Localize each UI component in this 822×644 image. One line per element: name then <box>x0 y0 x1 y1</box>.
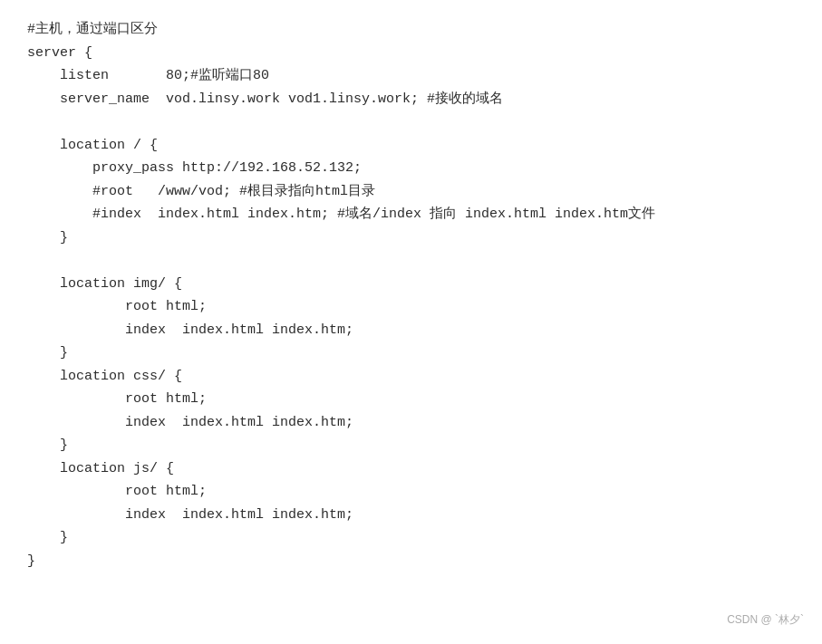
code-line: location img/ { <box>27 273 795 296</box>
code-line: } <box>27 341 795 365</box>
code-line: } <box>27 434 795 457</box>
code-line: proxy_pass http://192.168.52.132; <box>27 157 795 180</box>
code-line: } <box>27 226 795 250</box>
code-line: root html; <box>27 295 795 319</box>
code-line: server_name vod.linsy.work vod1.linsy.wo… <box>27 88 795 111</box>
code-line: index index.html index.htm; <box>27 411 795 435</box>
code-line: server { <box>27 42 795 65</box>
code-line: location / { <box>27 134 795 158</box>
code-line: root html; <box>27 388 795 411</box>
code-block: #主机，通过端口区分server { listen 80;#监听端口80 ser… <box>27 18 795 572</box>
code-line: location js/ { <box>27 457 795 481</box>
code-line: #index index.html index.htm; #域名/index 指… <box>27 203 795 226</box>
code-line: listen 80;#监听端口80 <box>27 64 795 88</box>
code-line: } <box>27 550 795 573</box>
code-line: #主机，通过端口区分 <box>27 18 795 42</box>
code-line: #root /www/vod; #根目录指向html目录 <box>27 180 795 204</box>
code-line: index index.html index.htm; <box>27 504 795 527</box>
code-line: index index.html index.htm; <box>27 319 795 342</box>
code-line: } <box>27 526 795 550</box>
code-line: location css/ { <box>27 365 795 389</box>
watermark: CSDN @ `林夕` <box>727 612 804 628</box>
code-line: root html; <box>27 480 795 504</box>
code-line <box>27 249 795 273</box>
code-line <box>27 111 795 134</box>
